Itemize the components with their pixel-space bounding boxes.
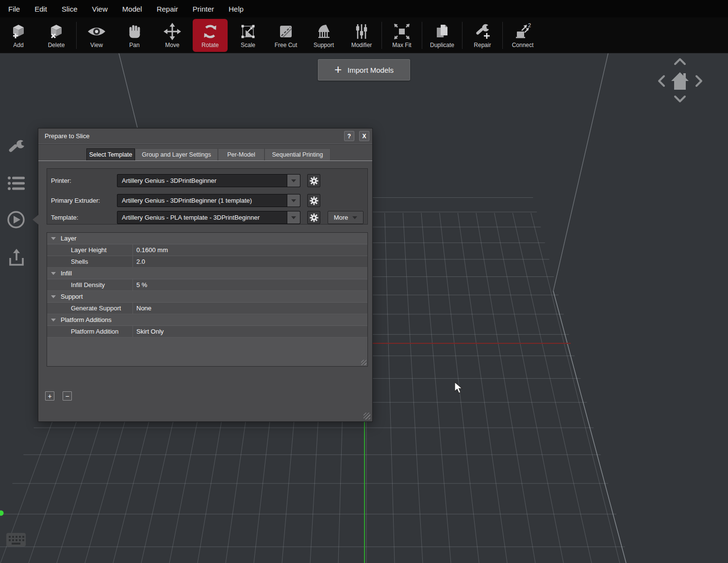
primary-extruder-row: Primary Extruder: Artillery Genius - 3DP… <box>47 194 367 207</box>
export-icon[interactable] <box>7 247 26 269</box>
support-button[interactable]: Support <box>306 19 341 52</box>
tree-item-generate-support[interactable]: Generate Support None <box>47 303 367 314</box>
play-icon[interactable] <box>7 210 25 231</box>
gear-icon <box>309 196 319 206</box>
scale-box-icon <box>239 22 257 41</box>
nav-down-icon[interactable] <box>674 95 686 103</box>
toolbar-separator <box>381 22 382 49</box>
dialog-tabs: Select Template Group and Layer Settings… <box>38 148 372 161</box>
pan-button[interactable]: Pan <box>117 19 152 52</box>
remove-template-button[interactable]: − <box>63 391 72 401</box>
menu-file[interactable]: File <box>8 5 20 13</box>
tab-per-model[interactable]: Per-Model <box>218 148 265 161</box>
list-icon[interactable] <box>7 175 25 194</box>
printer-row: Printer: Artillery Genius - 3DPrintBegin… <box>47 174 367 187</box>
import-models-button[interactable]: + Import Models <box>318 59 410 80</box>
prepare-to-slice-dialog: Prepare to Slice ? X Select Template Gro… <box>38 128 373 422</box>
dialog-anchor-notch <box>33 215 38 225</box>
menu-view[interactable]: View <box>92 5 108 13</box>
template-dropdown[interactable]: Artillery Genius - PLA template - 3DPrin… <box>117 211 300 224</box>
tree-item-platform-addition[interactable]: Platform Addition Skirt Only <box>47 326 367 338</box>
menu-bar: File Edit Slice View Model Repair Printe… <box>0 0 728 17</box>
template-selection-panel: Printer: Artillery Genius - 3DPrintBegin… <box>47 168 368 225</box>
menu-printer[interactable]: Printer <box>193 5 214 13</box>
template-settings-tree: Layer Layer Height 0.1600 mm Shells 2.0 … <box>47 232 368 367</box>
eye-icon <box>87 22 106 41</box>
chevron-down-icon <box>287 211 300 224</box>
nav-right-icon[interactable] <box>695 75 703 87</box>
menu-repair[interactable]: Repair <box>157 5 178 13</box>
chevron-down-icon <box>352 216 357 219</box>
printer-label: Printer: <box>51 177 71 184</box>
more-button[interactable]: More <box>328 211 364 224</box>
tree-group-infill[interactable]: Infill <box>47 268 367 279</box>
tree-group-platform-additions[interactable]: Platform Additions <box>47 314 367 326</box>
template-row: Template: Artillery Genius - PLA templat… <box>47 211 367 224</box>
dialog-title-bar[interactable]: Prepare to Slice ? X <box>38 129 372 144</box>
rotate-button[interactable]: Rotate <box>193 19 228 52</box>
dialog-resize-grip[interactable] <box>364 413 370 419</box>
close-button[interactable]: X <box>359 131 369 141</box>
add-template-button[interactable]: + <box>45 391 54 401</box>
repair-button[interactable]: Repair <box>465 19 500 52</box>
mouse-cursor <box>454 382 465 396</box>
help-button[interactable]: ? <box>344 131 354 141</box>
chevron-down-icon <box>287 175 300 187</box>
tab-sequential-printing[interactable]: Sequential Printing <box>265 148 331 161</box>
wrench-icon[interactable] <box>7 138 26 159</box>
free-cut-button[interactable]: Free Cut <box>268 19 303 52</box>
slicer-app: { "menu": { "items": ["File", "Edit", "S… <box>0 0 728 563</box>
connect-device-icon: 2 <box>514 22 531 41</box>
extruder-settings-gear-button[interactable] <box>307 194 320 207</box>
menu-help[interactable]: Help <box>229 5 244 13</box>
tab-group-and-layer-settings[interactable]: Group and Layer Settings <box>135 148 218 161</box>
support-overhang-icon <box>315 22 332 41</box>
cube-delete-icon <box>48 22 65 41</box>
max-fit-button[interactable]: Max Fit <box>384 19 419 52</box>
hand-icon <box>126 22 143 41</box>
gear-icon <box>309 213 319 223</box>
modifier-button[interactable]: Modifier <box>344 19 379 52</box>
add-button[interactable]: Add <box>1 19 36 52</box>
view-button[interactable]: View <box>79 19 114 52</box>
tree-resize-grip[interactable] <box>361 360 366 365</box>
duplicate-button[interactable]: Duplicate <box>425 19 460 52</box>
rotate-arrows-icon <box>201 22 219 41</box>
move-button[interactable]: Move <box>155 19 190 52</box>
tree-group-layer[interactable]: Layer <box>47 233 367 244</box>
wrench-plus-icon <box>474 22 491 41</box>
max-fit-icon <box>393 22 411 41</box>
template-label: Template: <box>51 214 78 221</box>
tab-select-template[interactable]: Select Template <box>86 148 135 161</box>
nav-left-icon[interactable] <box>657 75 665 87</box>
primary-extruder-dropdown[interactable]: Artillery Genius - 3DPrintBeginner (1 te… <box>117 194 300 207</box>
caret-down-icon <box>51 319 56 322</box>
caret-down-icon <box>51 295 56 298</box>
gear-icon <box>309 176 319 186</box>
toolbar-separator <box>422 22 422 49</box>
menu-edit[interactable]: Edit <box>34 5 47 13</box>
duplicate-pages-icon <box>433 22 451 41</box>
toolbar-separator <box>76 22 77 49</box>
nav-up-icon[interactable] <box>674 57 686 65</box>
sliders-icon <box>353 22 370 41</box>
printer-settings-gear-button[interactable] <box>307 174 320 187</box>
keyboard-icon[interactable] <box>6 531 26 551</box>
primary-extruder-label: Primary Extruder: <box>51 197 100 204</box>
tree-item-shells[interactable]: Shells 2.0 <box>47 256 367 268</box>
free-cut-icon <box>277 22 295 41</box>
origin-marker <box>0 511 4 516</box>
dialog-title: Prepare to Slice <box>45 132 339 140</box>
menu-model[interactable]: Model <box>122 5 142 13</box>
printer-dropdown[interactable]: Artillery Genius - 3DPrintBeginner <box>117 174 300 187</box>
home-icon[interactable] <box>670 70 690 91</box>
tree-item-infill-density[interactable]: Infill Density 5 % <box>47 279 367 291</box>
tree-item-layer-height[interactable]: Layer Height 0.1600 mm <box>47 244 367 256</box>
connect-button[interactable]: 2 Connect <box>505 19 540 52</box>
scale-button[interactable]: Scale <box>231 19 265 52</box>
caret-down-icon <box>51 272 56 275</box>
menu-slice[interactable]: Slice <box>62 5 78 13</box>
delete-button[interactable]: Delete <box>39 19 74 52</box>
tree-group-support[interactable]: Support <box>47 291 367 303</box>
template-settings-gear-button[interactable] <box>307 211 320 224</box>
